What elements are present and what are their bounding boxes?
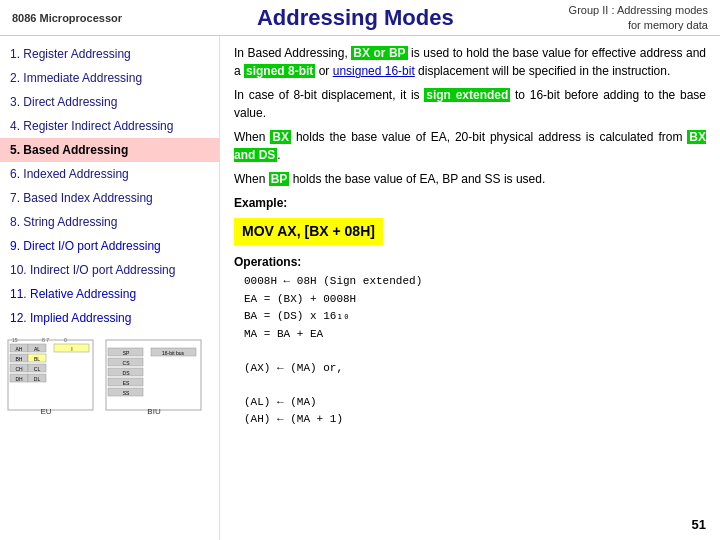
sidebar-item-7[interactable]: 7. Based Index Addressing [0,186,219,210]
op-7: (AH) ← (MA + 1) [244,411,706,428]
svg-text:15: 15 [12,338,18,343]
svg-text:8 7: 8 7 [42,338,49,343]
sidebar: 1. Register Addressing 2. Immediate Addr… [0,36,220,540]
svg-text:CH: CH [15,366,23,372]
svg-text:BIU: BIU [147,407,161,416]
paragraph-3: When BX holds the base value of EA, 20-b… [234,128,706,164]
svg-text:16-bit bus: 16-bit bus [162,350,184,356]
sidebar-item-10[interactable]: 10. Indirect I/O port Addressing [0,258,219,282]
highlight-unsigned16bit: unsigned 16-bit [333,64,415,78]
highlight-signed8bit: signed 8-bit [244,64,315,78]
sidebar-item-4[interactable]: 4. Register Indirect Addressing [0,114,219,138]
mov-instruction: MOV AX, [BX + 08H] [234,214,706,249]
sidebar-item-2[interactable]: 2. Immediate Addressing [0,66,219,90]
header: 8086 Microprocessor Addressing Modes Gro… [0,0,720,36]
svg-text:DS: DS [123,370,131,376]
highlight-bxbp: BX or BP [351,46,407,60]
svg-text:0: 0 [64,338,67,343]
op-3: BA = (DS) x 16₁₀ [244,308,706,325]
op-6: (AL) ← (MA) [244,394,706,411]
example-label: Example: [234,194,706,212]
op-4: MA = BA + EA [244,326,706,343]
svg-text:CS: CS [123,360,131,366]
highlight-sign-extended: sign extended [424,88,510,102]
sidebar-item-11[interactable]: 11. Relative Addressing [0,282,219,306]
op-1: 0008H ← 08H (Sign extended) [244,273,706,290]
svg-text:I: I [71,346,72,352]
svg-text:DL: DL [34,376,41,382]
op-5: (AX) ← (MA) or, [244,360,706,377]
content-area: In Based Addressing, BX or BP is used to… [220,36,720,540]
highlight-bx: BX [270,130,291,144]
svg-text:AL: AL [34,346,40,352]
page-number: 51 [692,517,706,532]
paragraph-4: When BP holds the base value of EA, BP a… [234,170,706,188]
svg-text:SP: SP [123,350,130,356]
register-diagram: EU AH AL BH BL CH CL DH DL 15 8 7 [6,338,213,421]
svg-text:DH: DH [15,376,23,382]
operations-table: 0008H ← 08H (Sign extended) EA = (BX) + … [244,273,706,428]
paragraph-1: In Based Addressing, BX or BP is used to… [234,44,706,80]
highlight-bp: BP [269,172,290,186]
operations-section: Operations: 0008H ← 08H (Sign extended) … [234,253,706,428]
sidebar-item-6[interactable]: 6. Indexed Addressing [0,162,219,186]
svg-text:BH: BH [16,356,23,362]
svg-text:AH: AH [16,346,23,352]
sidebar-item-12[interactable]: 12. Implied Addressing [0,306,219,330]
sidebar-item-3[interactable]: 3. Direct Addressing [0,90,219,114]
main-layout: 1. Register Addressing 2. Immediate Addr… [0,36,720,540]
sidebar-item-5[interactable]: 5. Based Addressing [0,138,219,162]
svg-text:SS: SS [123,390,130,396]
header-subtitle: Group II : Addressing modes for memory d… [569,3,708,32]
svg-text:ES: ES [123,380,130,386]
page-title: Addressing Modes [142,5,569,31]
sidebar-item-9[interactable]: 9. Direct I/O port Addressing [0,234,219,258]
svg-text:CL: CL [34,366,41,372]
sidebar-item-8[interactable]: 8. String Addressing [0,210,219,234]
logo: 8086 Microprocessor [12,12,122,24]
svg-text:BL: BL [34,356,40,362]
sidebar-item-1[interactable]: 1. Register Addressing [0,42,219,66]
op-2: EA = (BX) + 0008H [244,291,706,308]
paragraph-2: In case of 8-bit displacement, it is sig… [234,86,706,122]
svg-text:EU: EU [40,407,51,416]
operations-label: Operations: [234,253,706,271]
